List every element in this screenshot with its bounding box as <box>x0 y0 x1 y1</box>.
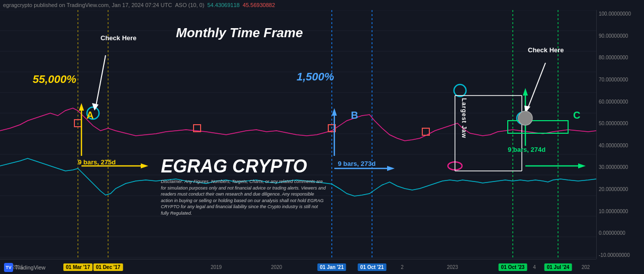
chart-title: Monthly Time Frame <box>176 25 303 41</box>
svg-line-45 <box>527 63 545 111</box>
tradingview-logo: TV TradingView <box>4 263 46 272</box>
letter-b: B <box>351 110 358 121</box>
disclaimer-text: Disclaimer: Any Figures, Numbers, Target… <box>161 178 327 217</box>
bars-a-label: 9 bars, 275d <box>78 158 116 166</box>
svg-marker-36 <box>523 88 528 96</box>
time-label-4: 4 <box>533 264 536 270</box>
time-label-2020: 2020 <box>271 264 282 270</box>
bars-c-label: 9 bars, 274d <box>508 146 545 153</box>
time-label-oct23: 01 Oct '23 <box>499 264 527 270</box>
svg-line-43 <box>96 55 106 108</box>
svg-point-24 <box>454 84 466 97</box>
check-here-right: Check Here <box>528 46 564 54</box>
top-bar: egragcrypto published on TradingView.com… <box>0 0 644 10</box>
svg-marker-30 <box>141 163 148 168</box>
svg-marker-32 <box>332 108 337 116</box>
time-label-mar17: 01 Mar '17 <box>63 264 93 270</box>
svg-marker-38 <box>578 163 586 168</box>
time-label-oct21: 01 Oct '21 <box>358 264 387 270</box>
largest-jaw-label: Largest Jaw <box>461 98 468 138</box>
check-here-left: Check Here <box>101 34 137 42</box>
egrag-title: EGRAG CRYPTO <box>161 156 307 177</box>
letter-a: A <box>86 110 94 121</box>
svg-rect-47 <box>508 121 568 133</box>
published-label: egragcrypto published on TradingView.com… <box>3 2 172 8</box>
aso-indicator: ASO (10, 0) 54.43069118 45.56930882 <box>175 2 275 8</box>
time-label-jul24: 01 Jul '24 <box>544 264 572 270</box>
time-label-jan21: 01 Jan '21 <box>317 264 346 270</box>
time-label-2: 2 <box>401 264 404 270</box>
svg-point-48 <box>518 111 532 125</box>
bottom-axis: 2016 01 Mar '17 01 Dec '17 2019 2020 01 … <box>0 259 596 274</box>
percent-b-label: 1,500% <box>297 70 334 83</box>
tradingview-label: TradingView <box>15 264 46 270</box>
right-axis: 100.00000000 90.00000000 80.00000000 70.… <box>596 10 644 259</box>
bars-b-label: 9 bars, 273d <box>338 160 376 167</box>
time-label-2019: 2019 <box>211 264 222 270</box>
percent-a-label: 55,000% <box>33 73 76 86</box>
time-label-202: 202 <box>582 264 590 270</box>
svg-marker-34 <box>387 166 395 171</box>
chart-container: egragcrypto published on TradingView.com… <box>0 0 644 274</box>
chart-area <box>0 10 596 259</box>
time-label-dec17: 01 Dec '17 <box>94 264 123 270</box>
tv-icon: TV <box>4 263 13 272</box>
letter-c: C <box>573 110 580 121</box>
svg-marker-28 <box>79 103 84 111</box>
time-label-2023: 2023 <box>447 264 458 270</box>
